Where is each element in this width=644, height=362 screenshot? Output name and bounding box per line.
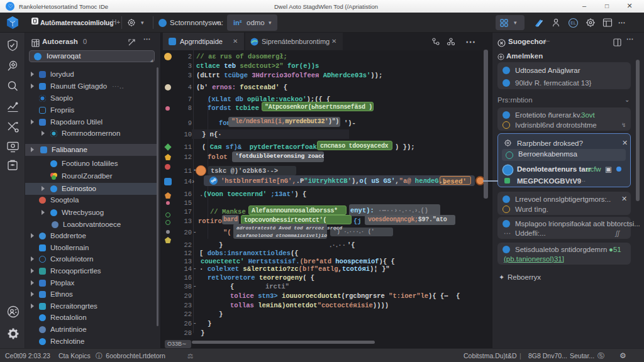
- svg-text:EL: EL: [570, 21, 576, 25]
